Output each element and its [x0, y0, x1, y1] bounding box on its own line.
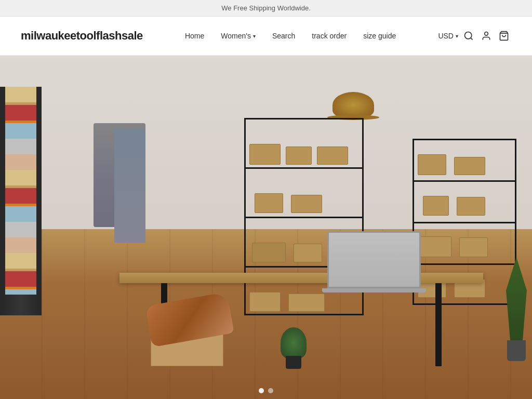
floor-plant-pot: [507, 340, 526, 361]
right-shelf-bar-1: [413, 180, 516, 182]
slide-dot-1[interactable]: [259, 388, 264, 393]
right-shelf-bar-3: [413, 263, 516, 265]
nav-home[interactable]: Home: [185, 32, 204, 40]
shoe-box-1: [249, 144, 281, 165]
shoe-box-7: [294, 244, 322, 262]
main-nav: Home Women's Search track order size gui…: [185, 32, 396, 40]
logo[interactable]: milwaukeetoolflashsale: [21, 29, 143, 43]
shoe-box-2: [286, 147, 312, 165]
right-box-6: [459, 237, 488, 257]
cart-button[interactable]: [497, 29, 511, 43]
announcement-bar: We Free Shipping Worldwide.: [0, 0, 532, 17]
table-plant: [281, 327, 307, 369]
nav-womens[interactable]: Women's: [221, 32, 256, 40]
search-icon: [463, 31, 474, 41]
shelf-bar-2: [244, 217, 364, 218]
announcement-text: We Free Shipping Worldwide.: [221, 4, 311, 12]
search-button[interactable]: [461, 29, 476, 43]
slide-dot-2[interactable]: [268, 388, 273, 393]
right-box-3: [423, 196, 449, 216]
display-table: [119, 273, 483, 377]
laptop: [327, 231, 421, 294]
account-button[interactable]: [479, 29, 494, 43]
plant-pot: [286, 356, 301, 369]
right-box-1: [418, 154, 446, 175]
currency-selector[interactable]: USD: [438, 32, 458, 40]
header: milwaukeetoolflashsale Home Women's Sear…: [0, 17, 532, 56]
nav-size-guide[interactable]: size guide: [363, 32, 396, 40]
right-shelf-bar-2: [413, 222, 516, 223]
slider-dots: [259, 388, 273, 393]
svg-line-1: [471, 38, 473, 40]
plant-leaves: [281, 327, 307, 358]
right-box-4: [457, 197, 485, 216]
hero-background: [0, 56, 532, 399]
laptop-base: [322, 288, 426, 292]
laptop-screen: [327, 231, 421, 288]
shoe-box-4: [255, 193, 283, 213]
nav-search[interactable]: Search: [272, 32, 295, 40]
floor-plant-right: [506, 257, 527, 361]
mannequin-body: [114, 128, 145, 243]
svg-point-0: [464, 32, 471, 39]
clothing-rack-left: [0, 87, 42, 315]
nav-track-order[interactable]: track order: [312, 32, 347, 40]
mannequin: [104, 108, 156, 295]
table-leg-right: [435, 283, 442, 366]
right-box-5: [420, 236, 451, 257]
header-right: USD: [438, 29, 511, 43]
wall-hat: [332, 92, 374, 118]
cart-icon: [499, 31, 509, 41]
shoe-box-3: [317, 147, 348, 165]
account-icon: [481, 31, 491, 41]
svg-point-2: [485, 32, 488, 36]
shelf-bar-1: [244, 167, 364, 169]
hero-section: [0, 56, 532, 399]
floor-plant-leaves: [506, 257, 527, 340]
right-box-2: [454, 157, 485, 175]
shoe-box-6: [252, 243, 286, 262]
shoe-box-5: [291, 195, 322, 213]
table-top: [119, 273, 483, 283]
